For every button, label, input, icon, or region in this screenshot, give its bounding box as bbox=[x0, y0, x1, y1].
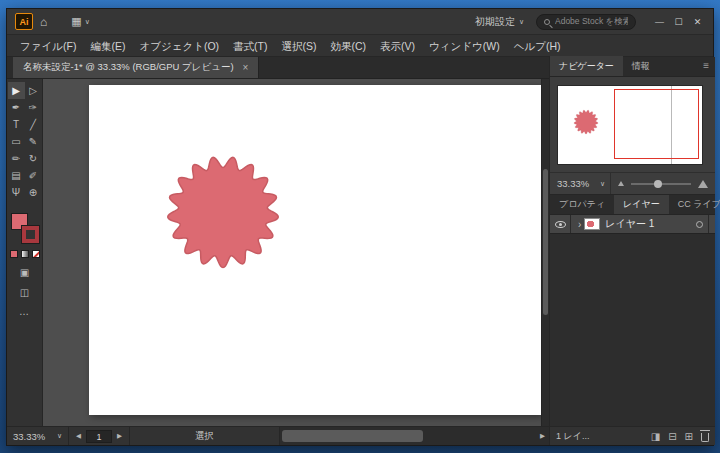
layer-selection-column[interactable] bbox=[708, 215, 715, 233]
pen-tool[interactable]: ✒ bbox=[8, 99, 25, 116]
rotate-tool[interactable]: ↻ bbox=[25, 150, 42, 167]
document-tabbar: 名称未設定-1* @ 33.33% (RGB/GPU プレビュー) × bbox=[7, 57, 549, 79]
zoom-slider-knob[interactable] bbox=[654, 180, 662, 188]
minimize-button[interactable]: — bbox=[650, 9, 669, 35]
panel-menu-icon[interactable]: ≡ bbox=[697, 56, 715, 76]
pencil-tool[interactable]: ✏ bbox=[8, 150, 25, 167]
navigator-view-proxy[interactable] bbox=[614, 89, 699, 158]
horizontal-scrollbar-thumb[interactable] bbox=[282, 430, 423, 442]
eyedropper-tool[interactable]: ✐ bbox=[25, 167, 42, 184]
zoom-out-icon[interactable] bbox=[618, 181, 624, 186]
menu-effect[interactable]: 効果(C) bbox=[323, 35, 373, 57]
menu-select[interactable]: 選択(S) bbox=[274, 35, 323, 57]
document-tab-title: 名称未設定-1* @ 33.33% (RGB/GPU プレビュー) bbox=[23, 61, 234, 74]
layer-target-icon[interactable] bbox=[696, 221, 703, 228]
gradient-button[interactable] bbox=[21, 250, 29, 258]
tab-properties[interactable]: プロパティ bbox=[550, 194, 614, 214]
close-button[interactable]: ✕ bbox=[688, 9, 707, 35]
status-bar: 33.33% ∨ ◀ 1 ▶ 選択 ▶ bbox=[7, 426, 549, 445]
desktop-wallpaper: Ai ⌂ ▦ ∨ 初期設定 ∨ Adobe Stock を検索 — ☐ ✕ bbox=[0, 0, 720, 453]
layer-name[interactable]: レイヤー 1 bbox=[605, 217, 696, 231]
color-mode-row bbox=[10, 250, 40, 258]
new-layer-icon[interactable]: ⊞ bbox=[685, 431, 693, 442]
document-tab[interactable]: 名称未設定-1* @ 33.33% (RGB/GPU プレビュー) × bbox=[13, 57, 259, 78]
gradient-tool[interactable]: ▤ bbox=[8, 167, 25, 184]
vertical-scrollbar-thumb[interactable] bbox=[543, 169, 548, 315]
next-artboard-icon[interactable]: ▶ bbox=[117, 432, 122, 440]
layer-count-label: 1 レイ... bbox=[556, 430, 643, 443]
line-segment-tool[interactable]: ╱ bbox=[25, 116, 42, 133]
navigator-preview[interactable] bbox=[557, 85, 703, 165]
layers-panel-footer: 1 レイ... ◨ ⊟ ⊞ bbox=[550, 426, 715, 445]
zoom-level-value: 33.33% bbox=[13, 431, 45, 442]
zoom-level-select[interactable]: 33.33% ∨ bbox=[7, 427, 69, 445]
previous-artboard-icon[interactable]: ◀ bbox=[76, 432, 81, 440]
chevron-down-icon: ∨ bbox=[600, 180, 605, 188]
menu-file[interactable]: ファイル(F) bbox=[13, 35, 83, 57]
direct-selection-tool[interactable]: ▷ bbox=[25, 82, 42, 99]
scroll-right-icon[interactable]: ▶ bbox=[536, 427, 549, 445]
layers-panel-tabs: プロパティ レイヤー CC ライブラリ bbox=[550, 195, 715, 215]
fill-stroke-swatches bbox=[11, 213, 39, 243]
curvature-tool[interactable]: ✑ bbox=[25, 99, 42, 116]
adobe-stock-search-input[interactable]: Adobe Stock を検索 bbox=[536, 14, 636, 30]
workspace-switcher[interactable]: 初期設定 ∨ bbox=[475, 15, 524, 29]
horizontal-scrollbar[interactable] bbox=[280, 427, 536, 445]
delete-layer-icon[interactable] bbox=[701, 433, 709, 442]
vertical-scrollbar[interactable] bbox=[541, 79, 549, 426]
home-icon[interactable]: ⌂ bbox=[40, 9, 47, 35]
illustrator-window: Ai ⌂ ▦ ∨ 初期設定 ∨ Adobe Stock を検索 — ☐ ✕ bbox=[6, 8, 714, 446]
menu-object[interactable]: オブジェクト(O) bbox=[132, 35, 226, 57]
selection-tool[interactable]: ▶ bbox=[8, 82, 25, 99]
right-panel-column: ナビゲーター 情報 ≡ 33.33% ∨ bbox=[549, 57, 715, 445]
search-placeholder: Adobe Stock を検索 bbox=[555, 16, 628, 28]
arrange-documents-button[interactable]: ▦ ∨ bbox=[71, 15, 90, 28]
tab-navigator[interactable]: ナビゲーター bbox=[550, 56, 623, 76]
menu-window[interactable]: ウィンドウ(W) bbox=[422, 35, 507, 57]
draw-mode-icon[interactable]: ▣ bbox=[20, 267, 29, 278]
menu-help[interactable]: ヘルプ(H) bbox=[507, 35, 568, 57]
type-tool[interactable]: T bbox=[8, 116, 25, 133]
chevron-down-icon: ∨ bbox=[519, 18, 524, 26]
expand-chevron-icon[interactable]: › bbox=[578, 219, 581, 230]
artboard-number-field[interactable]: 1 bbox=[86, 430, 112, 443]
navigator-zoom-value: 33.33% bbox=[557, 178, 589, 189]
layer-thumbnail[interactable] bbox=[584, 218, 600, 230]
window-controls: — ☐ ✕ bbox=[650, 9, 707, 35]
canvas-area[interactable] bbox=[43, 79, 541, 426]
zoom-tool[interactable]: ⊕ bbox=[25, 184, 42, 201]
none-button[interactable] bbox=[32, 250, 40, 258]
screen-mode-icon[interactable]: ◫ bbox=[20, 287, 29, 298]
maximize-button[interactable]: ☐ bbox=[669, 9, 688, 35]
rectangle-tool[interactable]: ▭ bbox=[8, 133, 25, 150]
color-button[interactable] bbox=[10, 250, 18, 258]
navigator-panel: 33.33% ∨ bbox=[550, 77, 715, 195]
tab-info[interactable]: 情報 bbox=[623, 56, 659, 76]
zoom-in-icon[interactable] bbox=[698, 180, 708, 188]
edit-toolbar-icon[interactable]: … bbox=[19, 306, 30, 317]
search-icon bbox=[544, 19, 550, 25]
navigator-zoom-field[interactable]: 33.33% ∨ bbox=[557, 173, 611, 194]
menu-edit[interactable]: 編集(E) bbox=[83, 35, 132, 57]
hand-tool[interactable]: Ψ bbox=[8, 184, 25, 201]
menu-view[interactable]: 表示(V) bbox=[373, 35, 422, 57]
chevron-down-icon: ∨ bbox=[85, 18, 90, 26]
scalloped-circle-shape[interactable] bbox=[163, 152, 283, 272]
tab-close-icon[interactable]: × bbox=[243, 62, 249, 73]
tab-layers[interactable]: レイヤー bbox=[614, 194, 669, 214]
menu-type[interactable]: 書式(T) bbox=[226, 35, 274, 57]
menubar: ファイル(F) 編集(E) オブジェクト(O) 書式(T) 選択(S) 効果(C… bbox=[7, 35, 713, 57]
illustrator-app-icon[interactable]: Ai bbox=[15, 13, 33, 30]
paintbrush-tool[interactable]: ✎ bbox=[25, 133, 42, 150]
chevron-down-icon: ∨ bbox=[57, 432, 62, 440]
stroke-color-swatch[interactable] bbox=[22, 226, 39, 243]
make-mask-icon[interactable]: ◨ bbox=[651, 431, 660, 442]
navigator-zoom-slider[interactable] bbox=[631, 183, 691, 185]
workspace-label: 初期設定 bbox=[475, 15, 515, 29]
layer-row[interactable]: › レイヤー 1 bbox=[550, 215, 715, 234]
artboard[interactable] bbox=[89, 85, 541, 415]
new-sublayer-icon[interactable]: ⊟ bbox=[668, 431, 676, 442]
tab-cc-libraries[interactable]: CC ライブラリ bbox=[669, 194, 720, 214]
tools-panel: ▶ ▷ ✒ ✑ T ╱ ▭ ✎ ✏ ↻ ▤ ✐ Ψ ⊕ bbox=[7, 79, 43, 426]
visibility-column[interactable] bbox=[550, 215, 571, 233]
